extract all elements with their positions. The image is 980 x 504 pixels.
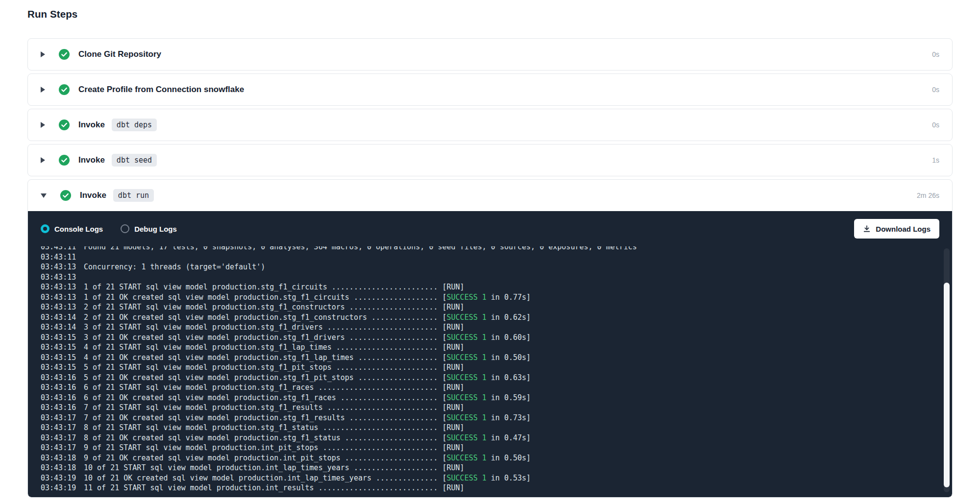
console-log-output[interactable]: 03:43:11Found 21 models, 17 tests, 0 sna… [28, 246, 952, 497]
step-duration: 0s [932, 50, 939, 58]
page-title: Run Steps [27, 8, 953, 21]
log-line: 03:43:13 [41, 272, 952, 283]
debug-logs-radio[interactable]: Debug Logs [121, 224, 177, 233]
step-command-badge: dbt seed [112, 154, 157, 167]
step-header[interactable]: Invoke dbt run 2m 26s [28, 180, 952, 211]
log-line: 03:43:154 of 21 START sql view model pro… [41, 342, 952, 353]
log-timestamp: 03:43:13 [41, 282, 84, 292]
run-steps-list: Clone Git Repository 0s Create Profile f… [27, 38, 953, 498]
log-line: 03:43:153 of 21 OK created sql view mode… [41, 333, 952, 343]
success-check-icon [60, 190, 71, 201]
step-invoke-dbt-run: Invoke dbt run 2m 26s Console Logs Debug… [27, 179, 953, 498]
step-header[interactable]: Create Profile from Connection snowflake… [28, 74, 952, 105]
step-label: Invoke [78, 155, 105, 165]
scrollbar-thumb[interactable] [944, 283, 950, 487]
log-line: 03:43:167 of 21 START sql view model pro… [41, 403, 952, 413]
log-timestamp: 03:43:15 [41, 362, 84, 373]
step-header[interactable]: Invoke dbt deps 0s [28, 109, 952, 141]
log-timestamp: 03:43:11 [41, 246, 84, 252]
step-duration: 2m 26s [917, 192, 939, 199]
step-label: Clone Git Repository [78, 49, 161, 59]
log-timestamp: 03:43:16 [41, 393, 84, 403]
download-label: Download Logs [876, 225, 931, 233]
step-command-badge: dbt run [113, 189, 154, 202]
step-header[interactable]: Clone Git Repository 0s [28, 39, 952, 70]
log-line: 03:43:131 of 21 OK created sql view mode… [41, 292, 952, 303]
log-line: 03:43:179 of 21 START sql view model pro… [41, 443, 952, 453]
log-line: 03:43:1910 of 21 OK created sql view mod… [41, 473, 952, 483]
step-clone-git-repository: Clone Git Repository 0s [27, 38, 953, 71]
log-timestamp: 03:43:13 [41, 302, 84, 312]
log-scrollbar[interactable] [944, 248, 950, 492]
download-logs-button[interactable]: Download Logs [854, 219, 939, 239]
console-logs-radio[interactable]: Console Logs [41, 224, 103, 233]
log-line: 03:43:177 of 21 OK created sql view mode… [41, 413, 952, 423]
radio-label: Console Logs [54, 225, 103, 233]
log-line: 03:43:1810 of 21 START sql view model pr… [41, 463, 952, 473]
log-timestamp: 03:43:15 [41, 333, 84, 343]
console-panel: Console Logs Debug Logs Download Logs [28, 211, 952, 497]
log-line: 03:43:189 of 21 OK created sql view mode… [41, 453, 952, 463]
chevron-right-icon[interactable] [41, 51, 45, 57]
step-duration: 0s [932, 86, 939, 94]
log-timestamp: 03:43:19 [41, 483, 84, 493]
log-timestamp: 03:43:16 [41, 373, 84, 383]
log-timestamp: 03:43:19 [41, 473, 84, 483]
step-invoke-dbt-seed: Invoke dbt seed 1s [27, 144, 953, 176]
radio-selected-icon[interactable] [41, 224, 49, 233]
success-check-icon [59, 49, 70, 60]
step-header[interactable]: Invoke dbt seed 1s [28, 144, 952, 176]
chevron-right-icon[interactable] [41, 122, 45, 128]
log-line: 03:43:11Found 21 models, 17 tests, 0 sna… [41, 246, 952, 252]
log-line: 03:43:131 of 21 START sql view model pro… [41, 282, 952, 292]
success-check-icon [59, 155, 70, 166]
console-toolbar: Console Logs Debug Logs Download Logs [28, 211, 952, 246]
log-timestamp: 03:43:13 [41, 262, 84, 272]
step-invoke-dbt-deps: Invoke dbt deps 0s [27, 109, 953, 141]
step-command-badge: dbt deps [112, 119, 157, 131]
chevron-down-icon[interactable] [41, 193, 47, 198]
log-line: 03:43:166 of 21 OK created sql view mode… [41, 393, 952, 403]
log-timestamp: 03:43:17 [41, 423, 84, 433]
log-line: 03:43:155 of 21 START sql view model pro… [41, 362, 952, 373]
log-timestamp: 03:43:11 [41, 252, 84, 263]
log-timestamp: 03:43:18 [41, 453, 84, 463]
log-timestamp: 03:43:17 [41, 413, 84, 423]
chevron-right-icon[interactable] [41, 87, 45, 93]
success-check-icon [59, 120, 70, 130]
step-duration: 1s [932, 156, 939, 164]
radio-unselected-icon[interactable] [121, 224, 129, 233]
log-lines: 03:43:11Found 21 models, 17 tests, 0 sna… [41, 246, 952, 493]
log-line: 03:43:178 of 21 START sql view model pro… [41, 423, 952, 433]
log-timestamp: 03:43:17 [41, 443, 84, 453]
log-line: 03:43:165 of 21 OK created sql view mode… [41, 373, 952, 383]
success-check-icon [59, 84, 70, 95]
log-timestamp: 03:43:17 [41, 433, 84, 443]
log-timestamp: 03:43:14 [41, 322, 84, 333]
log-timestamp: 03:43:14 [41, 312, 84, 323]
log-timestamp: 03:43:16 [41, 383, 84, 393]
log-timestamp: 03:43:16 [41, 403, 84, 413]
log-line: 03:43:178 of 21 OK created sql view mode… [41, 433, 952, 443]
log-timestamp: 03:43:15 [41, 342, 84, 353]
log-line: 03:43:143 of 21 START sql view model pro… [41, 322, 952, 333]
log-line: 03:43:142 of 21 OK created sql view mode… [41, 312, 952, 323]
log-timestamp: 03:43:13 [41, 272, 84, 283]
step-label: Invoke [80, 191, 106, 200]
step-label: Invoke [78, 120, 105, 130]
log-line: 03:43:13Concurrency: 1 threads (target='… [41, 262, 952, 272]
radio-label: Debug Logs [134, 225, 177, 233]
step-create-profile-snowflake: Create Profile from Connection snowflake… [27, 73, 953, 106]
log-line: 03:43:166 of 21 START sql view model pro… [41, 383, 952, 393]
log-timestamp: 03:43:18 [41, 463, 84, 473]
run-steps-page: Run Steps Clone Git Repository 0s Create… [0, 0, 980, 498]
step-duration: 0s [932, 121, 939, 129]
chevron-right-icon[interactable] [41, 157, 45, 163]
log-line: 03:43:132 of 21 START sql view model pro… [41, 302, 952, 312]
log-line: 03:43:154 of 21 OK created sql view mode… [41, 353, 952, 363]
log-timestamp: 03:43:15 [41, 353, 84, 363]
step-label: Create Profile from Connection snowflake [78, 85, 244, 95]
download-icon [863, 225, 871, 233]
log-line: 03:43:11 [41, 252, 952, 263]
log-line: 03:43:1911 of 21 START sql view model pr… [41, 483, 952, 493]
